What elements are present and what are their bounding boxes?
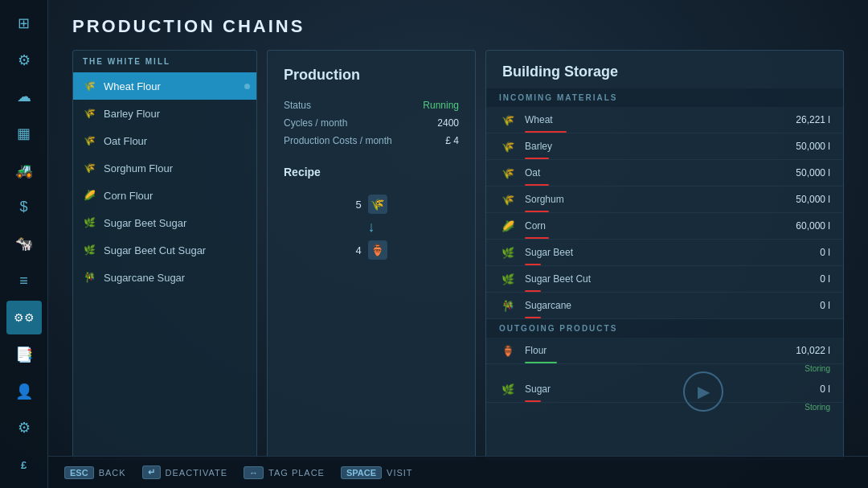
production-panel-title: Production [284, 67, 459, 84]
deactivate-key[interactable]: ↵ [142, 465, 161, 479]
panels-container: THE WHITE MILL 🌾 Wheat Flour 🌾 Barley Fl… [72, 50, 844, 460]
sugar-beet-sugar-label: Sugar Beet Sugar [104, 217, 186, 229]
page-title: PRODUCTION CHAINS [72, 16, 844, 37]
sugar-beet-value: 0 l [782, 247, 830, 258]
sidebar-item-animals[interactable]: 🐄 [6, 228, 42, 261]
building-storage-panel: Building Storage INCOMING MATERIALS 🌾 Wh… [485, 50, 844, 460]
barley-flour-label: Barley Flour [104, 108, 160, 120]
cycles-label: Cycles / month [284, 117, 347, 129]
chain-item-sugar-beet-sugar[interactable]: 🌿 Sugar Beet Sugar [73, 209, 256, 236]
sidebar-item-stats[interactable]: ▦ [6, 117, 42, 150]
bottom-hotkey-bar: ESC BACK ↵ DEACTIVATE ↔ TAG PLACE SPACE … [48, 456, 868, 488]
sidebar-item-production[interactable]: ⚙ [6, 43, 42, 77]
chain-item-barley-flour[interactable]: 🌾 Barley Flour [73, 100, 256, 127]
recipe-input-qty: 5 [355, 199, 361, 211]
sugar-value: 0 l [782, 383, 830, 395]
chain-item-corn-flour[interactable]: 🌽 Corn Flour [73, 182, 256, 209]
oat-name: Oat [525, 167, 774, 178]
wheat-value: 26,221 l [782, 114, 830, 125]
barley-flour-icon: 🌾 [81, 105, 97, 121]
flour-name: Flour [525, 345, 774, 356]
sugarcane-value: 0 l [782, 300, 830, 311]
sidebar-item-industries[interactable]: ⚙⚙ [6, 301, 42, 334]
outgoing-section-header: OUTGOING PRODUCTS [486, 319, 843, 338]
barley-name: Barley [525, 141, 774, 152]
corn-bar [525, 237, 549, 239]
sorghum-name: Sorghum [525, 194, 774, 205]
recipe-output: 4 🏺 [355, 240, 387, 260]
chain-item-sugarcane-sugar[interactable]: 🎋 Sugarcane Sugar [73, 264, 256, 291]
sidebar-item-settings[interactable]: ⚙ [6, 411, 42, 445]
sugarcane-bar [525, 317, 541, 318]
oat-bar [525, 184, 549, 186]
cycles-value: 2400 [437, 117, 459, 129]
flour-value: 10,022 l [782, 345, 830, 356]
corn-flour-label: Corn Flour [104, 190, 153, 202]
storage-item-corn: 🌽 Corn 60,000 l [486, 213, 843, 240]
sugar-beet-cut-bar [525, 290, 541, 292]
sugar-beet-cut-storage-icon: 🌿 [499, 270, 517, 288]
recipe-input: 5 🌾 [355, 195, 387, 214]
sugar-beet-name: Sugar Beet [525, 247, 774, 258]
storage-item-sugar: 🌿 Sugar 0 l [486, 376, 843, 403]
chain-item-sorghum-flour[interactable]: 🌾 Sorghum Flour [73, 154, 256, 182]
sidebar-item-workers[interactable]: 👤 [6, 375, 42, 408]
sugarcane-storage-icon: 🎋 [499, 297, 517, 314]
storage-item-sugar-beet: 🌿 Sugar Beet 0 l [486, 240, 843, 266]
status-label: Status [284, 100, 311, 111]
sidebar-item-tractor[interactable]: 🚜 [6, 154, 42, 187]
sidebar-item-map[interactable]: ⊞ [6, 6, 42, 40]
barley-storage-icon: 🌾 [499, 137, 517, 155]
oat-flour-label: Oat Flour [104, 135, 147, 147]
sugar-beet-cut-value: 0 l [782, 273, 830, 285]
hotkey-esc: ESC BACK [64, 466, 126, 479]
visit-key[interactable]: SPACE [341, 466, 382, 479]
sugarcane-sugar-icon: 🎋 [81, 269, 97, 285]
sugarcane-sugar-label: Sugarcane Sugar [104, 272, 185, 284]
recipe-input-icon: 🌾 [368, 195, 387, 214]
wheat-name: Wheat [525, 114, 774, 125]
storage-item-oat: 🌾 Oat 50,000 l [486, 160, 843, 187]
sugar-beet-cut-icon: 🌿 [81, 242, 97, 258]
esc-key[interactable]: ESC [64, 466, 94, 479]
recipe-output-qty: 4 [355, 244, 361, 256]
wheat-bar [525, 131, 567, 133]
chain-item-wheat-flour[interactable]: 🌾 Wheat Flour [73, 72, 256, 100]
sidebar-item-contracts[interactable]: 📑 [6, 338, 42, 371]
tag-place-label: TAG PLACE [268, 468, 325, 478]
chain-item-sugar-beet-cut[interactable]: 🌿 Sugar Beet Cut Sugar [73, 236, 256, 264]
sugar-beet-bar [525, 264, 541, 265]
building-storage-title: Building Storage [486, 51, 843, 88]
flour-bar [525, 362, 557, 363]
status-row: Status Running [284, 100, 459, 111]
sugar-beet-storage-icon: 🌿 [499, 244, 517, 261]
sugar-bar [525, 400, 541, 402]
sidebar-item-finance[interactable]: $ [6, 191, 42, 224]
costs-row: Production Costs / month £ 4 [284, 135, 459, 146]
storage-item-sugar-beet-cut: 🌿 Sugar Beet Cut 0 l [486, 266, 843, 293]
chains-section-header: THE WHITE MILL [73, 51, 256, 72]
sugar-beet-cut-label: Sugar Beet Cut Sugar [104, 244, 206, 256]
chain-item-oat-flour[interactable]: 🌾 Oat Flour [73, 127, 256, 154]
sidebar-item-currency[interactable]: £ [6, 448, 42, 482]
hotkey-visit: SPACE VISIT [341, 466, 413, 479]
sugar-beet-sugar-icon: 🌿 [81, 215, 97, 231]
sugar-beet-cut-name: Sugar Beet Cut [525, 273, 774, 285]
recipe-arrow: ↓ [368, 219, 375, 236]
hotkey-tag-place: ↔ TAG PLACE [244, 466, 325, 479]
flour-storing-label: Storing [486, 364, 843, 376]
sidebar-item-weather[interactable]: ☁ [6, 80, 42, 114]
sugar-name: Sugar [525, 383, 774, 395]
sidebar-item-log[interactable]: ≡ [6, 264, 42, 297]
costs-label: Production Costs / month [284, 135, 392, 146]
costs-value: £ 4 [445, 135, 459, 146]
sorghum-storage-icon: 🌾 [499, 191, 517, 208]
main-content: PRODUCTION CHAINS THE WHITE MILL 🌾 Wheat… [48, 0, 868, 456]
wheat-flour-icon: 🌾 [81, 78, 97, 94]
barley-bar [525, 158, 549, 159]
tag-place-key[interactable]: ↔ [244, 466, 264, 479]
sorghum-bar [525, 211, 549, 212]
sugar-storage-icon: 🌿 [499, 380, 517, 398]
esc-label: BACK [99, 468, 126, 478]
storage-item-sorghum: 🌾 Sorghum 50,000 l [486, 187, 843, 213]
